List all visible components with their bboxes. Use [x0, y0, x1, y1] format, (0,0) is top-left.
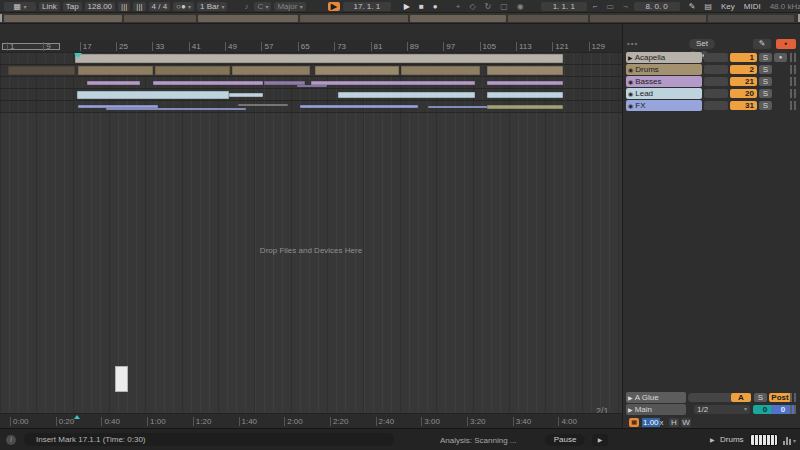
piano-keys-icon[interactable]	[750, 434, 778, 446]
scale-name-menu[interactable]: Major ▾	[274, 2, 305, 11]
overview-clip-segment[interactable]	[508, 15, 588, 22]
track-name[interactable]: ◉Drums	[626, 64, 702, 75]
track-header[interactable]: ◉Drums2S	[623, 64, 800, 75]
main-track-name[interactable]: ▶ Main	[626, 404, 686, 415]
solo-button[interactable]: S	[759, 101, 772, 110]
automation-arm-button[interactable]: ◇	[466, 2, 478, 11]
track-input-number[interactable]: 21	[730, 77, 757, 86]
automation-draw-button[interactable]: ✎	[753, 39, 771, 49]
draw-mode-button[interactable]: ✎	[686, 2, 699, 11]
arrangement-clip[interactable]	[75, 54, 563, 63]
arrangement-area[interactable]: 191725334149576573818997105113121129 Dro…	[0, 24, 622, 428]
midi-map-button[interactable]: MIDI	[741, 2, 764, 11]
link-button[interactable]: Link	[39, 2, 60, 11]
track-name[interactable]: ◉Basses	[626, 76, 702, 87]
arrangement-position-field[interactable]: 17. 1. 1	[343, 2, 391, 11]
reenable-automation-button[interactable]: ↻	[482, 2, 495, 11]
nudge-down-button[interactable]: |||	[118, 2, 130, 11]
track-header[interactable]: ▶Acapella1S●	[623, 52, 800, 63]
record-button[interactable]: ●	[430, 2, 441, 11]
automation-lock-button[interactable]: ▪	[776, 39, 796, 49]
zoom-width-button[interactable]: W	[681, 418, 691, 427]
play-button[interactable]: ▶	[401, 2, 413, 11]
overview-clip-segment[interactable]	[124, 15, 196, 22]
track-state-icon[interactable]: ◉	[628, 65, 633, 75]
track-slider[interactable]	[704, 77, 728, 86]
info-icon[interactable]: i	[6, 435, 16, 445]
step-play-button[interactable]: ▶	[592, 434, 608, 446]
overdub-button[interactable]: +	[453, 2, 464, 11]
follow-button[interactable]: ▶	[328, 2, 340, 11]
solo-button[interactable]: S	[759, 89, 772, 98]
arrangement-clip[interactable]	[487, 81, 563, 85]
arrangement-overview[interactable]	[0, 13, 800, 24]
overview-clip-segment[interactable]	[410, 15, 506, 22]
insert-marker[interactable]	[74, 53, 82, 58]
send-a-button[interactable]: A	[731, 393, 751, 402]
overview-clip-segment[interactable]	[4, 15, 122, 22]
arrangement-clip[interactable]	[106, 108, 246, 110]
track-state-icon[interactable]: ◉	[628, 77, 633, 87]
track-slider[interactable]	[704, 101, 728, 110]
metronome-button[interactable]: ○● ▾	[173, 2, 194, 11]
loop-start-field[interactable]: 1. 1. 1	[541, 2, 587, 11]
arrangement-clip[interactable]	[487, 66, 563, 75]
arrangement-clip[interactable]	[8, 66, 75, 75]
track-input-number[interactable]: 20	[730, 89, 757, 98]
overview-clip-segment[interactable]	[198, 15, 298, 22]
set-locator-button[interactable]: Set	[689, 39, 715, 49]
stop-button[interactable]: ■	[416, 2, 427, 11]
arrangement-clip[interactable]	[238, 104, 288, 106]
track-name[interactable]: ▶Acapella	[626, 52, 702, 63]
crossfade-selector[interactable]: 1/2 ▾	[694, 405, 750, 414]
arrangement-clip[interactable]	[229, 93, 263, 97]
overview-clip-segment[interactable]	[708, 15, 794, 22]
arrangement-clip[interactable]	[232, 66, 310, 75]
nudge-up-button[interactable]: |||	[133, 2, 145, 11]
solo-button[interactable]: S	[759, 77, 772, 86]
track-state-icon[interactable]: ◉	[628, 89, 633, 99]
arrangement-clip[interactable]	[78, 66, 153, 75]
solo-button[interactable]: S	[759, 53, 772, 62]
track-input-number[interactable]: 31	[730, 101, 757, 110]
track-activator-icon[interactable]: ▶	[628, 405, 633, 415]
track-header[interactable]: ◉Lead20S	[623, 88, 800, 99]
punch-out-button[interactable]: ¬	[620, 2, 631, 11]
overview-clip-segment[interactable]	[590, 15, 706, 22]
arrangement-clip[interactable]	[77, 91, 229, 99]
capture-midi-button[interactable]: ▢	[497, 2, 511, 11]
arrangement-clip[interactable]	[311, 81, 475, 85]
arrangement-clip[interactable]	[401, 66, 480, 75]
zoom-grid-icon[interactable]: ▦	[629, 418, 639, 427]
main-track[interactable]: ▶ Main 1/2 ▾ 0 0	[623, 404, 800, 415]
tracks-view-selector[interactable]: ▦ ▾	[4, 2, 36, 11]
punch-in-button[interactable]: ⌐	[590, 2, 601, 11]
track-input-number[interactable]: 1	[730, 53, 757, 62]
track-input-number[interactable]: 2	[730, 65, 757, 74]
time-signature-field[interactable]: 4 / 4	[149, 2, 171, 11]
computer-midi-keyboard-button[interactable]: ▤	[701, 2, 715, 11]
loop-length-field[interactable]: 8. 0. 0	[634, 2, 680, 11]
dragged-clip-ghost[interactable]	[115, 366, 128, 392]
arrangement-clip[interactable]	[155, 66, 230, 75]
beat-time-ruler[interactable]: 191725334149576573818997105113121129	[0, 39, 622, 53]
overview-clip-segment[interactable]	[300, 15, 408, 22]
preview-play-icon[interactable]: ▶	[710, 436, 715, 443]
track-state-icon[interactable]: ◉	[628, 101, 633, 111]
post-fader-button[interactable]: Post	[769, 393, 791, 402]
solo-button[interactable]: S	[759, 65, 772, 74]
arm-button[interactable]: ●	[774, 53, 787, 62]
zoom-amount-field[interactable]: 1.00x	[642, 418, 664, 427]
arrangement-clip[interactable]	[153, 81, 263, 85]
tap-tempo-button[interactable]: Tap	[63, 2, 82, 11]
track-header[interactable]: ◉FX31S	[623, 100, 800, 111]
track-name[interactable]: ◉Lead	[626, 88, 702, 99]
arrangement-clip[interactable]	[297, 85, 327, 87]
arrangement-clip[interactable]	[315, 66, 399, 75]
quantize-menu[interactable]: 1 Bar ▾	[197, 2, 227, 11]
track-slider[interactable]	[704, 89, 728, 98]
time-ruler[interactable]: 0:000:200:401:001:201:402:002:202:403:00…	[0, 413, 622, 428]
arrangement-clip[interactable]	[487, 92, 563, 98]
key-map-button[interactable]: Key	[718, 2, 738, 11]
session-record-button[interactable]: ◉	[514, 2, 527, 11]
